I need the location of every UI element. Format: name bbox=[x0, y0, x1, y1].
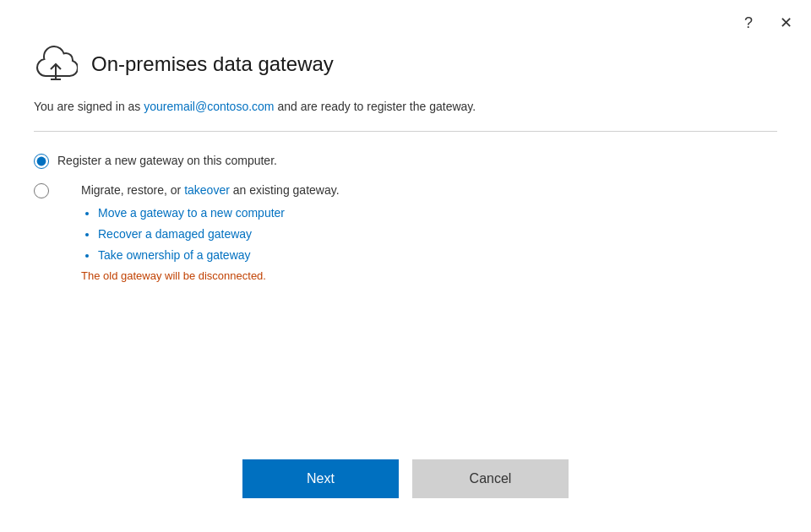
takeover-link: takeover bbox=[184, 183, 230, 197]
dialog-header: On-premises data gateway bbox=[34, 46, 777, 83]
user-email: youremail@contoso.com bbox=[144, 100, 274, 113]
register-label[interactable]: Register a new gateway on this computer. bbox=[57, 152, 277, 170]
cloud-icon bbox=[34, 46, 78, 83]
migrate-suffix: an existing gateway. bbox=[230, 183, 340, 197]
bullet-item-1: Move a gateway to a new computer bbox=[98, 204, 340, 222]
subtitle-text: You are signed in as youremail@contoso.c… bbox=[34, 98, 777, 116]
register-radio[interactable] bbox=[34, 154, 49, 169]
section-divider bbox=[34, 131, 777, 132]
help-button[interactable]: ? bbox=[739, 14, 758, 32]
migrate-label[interactable]: Migrate, restore, or takeover an existin… bbox=[81, 183, 340, 197]
bullet-item-3: Take ownership of a gateway bbox=[98, 247, 340, 264]
next-button[interactable]: Next bbox=[242, 459, 399, 498]
subtitle-suffix: and are ready to register the gateway. bbox=[275, 100, 476, 113]
dialog-content: On-premises data gateway You are signed … bbox=[0, 37, 811, 442]
option-migrate-row: Migrate, restore, or takeover an existin… bbox=[34, 182, 777, 282]
subtitle-prefix: You are signed in as bbox=[34, 100, 144, 113]
migrate-content: Migrate, restore, or takeover an existin… bbox=[81, 182, 340, 282]
title-bar: ? ✕ bbox=[0, 0, 811, 37]
option-register-row: Register a new gateway on this computer. bbox=[34, 152, 777, 170]
migrate-prefix: Migrate, restore, or bbox=[81, 183, 184, 197]
bullet-item-2: Recover a damaged gateway bbox=[98, 225, 340, 243]
cancel-button[interactable]: Cancel bbox=[412, 459, 569, 498]
disclaimer-text: The old gateway will be disconnected. bbox=[81, 269, 340, 282]
migrate-radio[interactable] bbox=[34, 183, 49, 198]
dialog: ? ✕ On-premises data gateway You are sig… bbox=[0, 0, 811, 532]
options-group: Register a new gateway on this computer.… bbox=[34, 152, 777, 282]
bullet-list: Move a gateway to a new computer Recover… bbox=[98, 204, 340, 264]
dialog-footer: Next Cancel bbox=[0, 442, 811, 532]
page-title: On-premises data gateway bbox=[91, 52, 334, 76]
close-button[interactable]: ✕ bbox=[775, 14, 797, 32]
title-bar-controls: ? ✕ bbox=[739, 14, 797, 32]
